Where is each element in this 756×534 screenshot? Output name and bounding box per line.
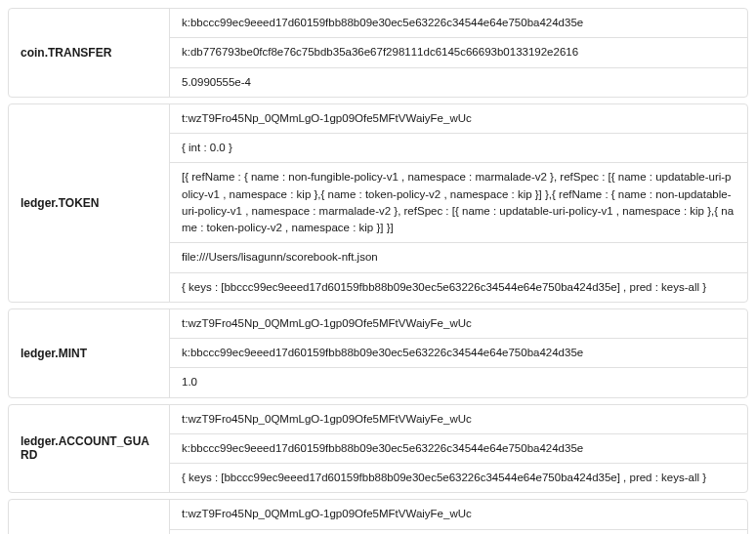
event-value-line: k:bbccc99ec9eeed17d60159fbb88b09e30ec5e6… [170, 9, 747, 37]
event-value-line: [{ refName : { name : non-fungible-polic… [170, 162, 747, 242]
event-values: t:wzT9Fro45Np_0QMmLgO-1gp09Ofe5MFtVWaiyF… [170, 104, 747, 302]
event-value-line: 1.0 [170, 529, 747, 535]
event-values: t:wzT9Fro45Np_0QMmLgO-1gp09Ofe5MFtVWaiyF… [170, 309, 747, 397]
event-values: t:wzT9Fro45Np_0QMmLgO-1gp09Ofe5MFtVWaiyF… [170, 405, 747, 493]
event-values: k:bbccc99ec9eeed17d60159fbb88b09e30ec5e6… [170, 9, 747, 97]
event-value-line: t:wzT9Fro45Np_0QMmLgO-1gp09Ofe5MFtVWaiyF… [170, 104, 747, 133]
event-value-line: t:wzT9Fro45Np_0QMmLgO-1gp09Ofe5MFtVWaiyF… [170, 405, 747, 433]
event-value-line: { keys : [bbccc99ec9eeed17d60159fbb88b09… [170, 463, 747, 492]
event-row: coin.TRANSFERk:bbccc99ec9eeed17d60159fbb… [8, 8, 748, 98]
event-value-line: 5.0990555e-4 [170, 67, 747, 97]
event-row: ledger.MINTt:wzT9Fro45Np_0QMmLgO-1gp09Of… [8, 308, 748, 398]
event-value-line: { int : 0.0 } [170, 133, 747, 162]
event-row: ledger.ACCOUNT_GUARDt:wzT9Fro45Np_0QMmLg… [8, 404, 748, 494]
event-value-line: file:///Users/lisagunn/scorebook-nft.jso… [170, 242, 747, 271]
event-name: ledger.MINT [9, 309, 170, 397]
event-value-line: k:db776793be0fcf8e76c75bdb35a36e67f29811… [170, 37, 747, 66]
event-values: t:wzT9Fro45Np_0QMmLgO-1gp09Ofe5MFtVWaiyF… [170, 500, 747, 534]
event-value-line: t:wzT9Fro45Np_0QMmLgO-1gp09Ofe5MFtVWaiyF… [170, 500, 747, 528]
event-row: ledger.TOKENt:wzT9Fro45Np_0QMmLgO-1gp09O… [8, 103, 748, 303]
events-table: coin.TRANSFERk:bbccc99ec9eeed17d60159fbb… [8, 8, 748, 534]
event-name: ledger.RECONCILE [9, 500, 170, 534]
event-row: ledger.RECONCILEt:wzT9Fro45Np_0QMmLgO-1g… [8, 499, 748, 534]
event-value-line: t:wzT9Fro45Np_0QMmLgO-1gp09Ofe5MFtVWaiyF… [170, 309, 747, 338]
event-value-line: k:bbccc99ec9eeed17d60159fbb88b09e30ec5e6… [170, 338, 747, 367]
event-value-line: 1.0 [170, 367, 747, 396]
event-name: ledger.TOKEN [9, 104, 170, 302]
event-name: ledger.ACCOUNT_GUARD [9, 405, 170, 493]
event-name: coin.TRANSFER [9, 9, 170, 97]
event-value-line: k:bbccc99ec9eeed17d60159fbb88b09e30ec5e6… [170, 433, 747, 463]
event-value-line: { keys : [bbccc99ec9eeed17d60159fbb88b09… [170, 272, 747, 302]
